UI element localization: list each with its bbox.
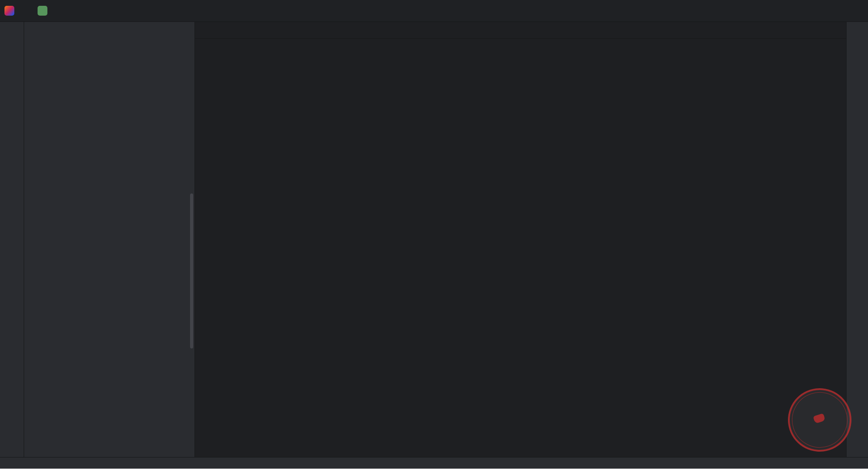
- more-actions-button[interactable]: [726, 3, 741, 18]
- debug-icon: [714, 7, 722, 15]
- titlebar-left: [4, 0, 80, 21]
- prev-problem-button[interactable]: [817, 43, 824, 50]
- editor-area: [195, 22, 846, 457]
- chevron-down-icon: [685, 8, 690, 14]
- project-avatar: [38, 6, 47, 16]
- tomcat-icon: [671, 7, 678, 15]
- stamp-emblem-icon: [813, 413, 826, 424]
- search-icon: [770, 7, 778, 15]
- project-panel: [24, 22, 195, 457]
- main-area: [0, 22, 868, 457]
- project-panel-header[interactable]: [24, 22, 195, 38]
- stamp-subtitle: [820, 424, 823, 425]
- debug-button[interactable]: [710, 3, 726, 18]
- minimize-icon: [813, 7, 821, 15]
- run-configuration-widget[interactable]: [667, 3, 694, 18]
- gear-icon: [786, 7, 793, 15]
- next-problem-button[interactable]: [827, 43, 834, 50]
- minimize-button[interactable]: [806, 0, 827, 22]
- titlebar: [0, 0, 868, 22]
- hamburger-icon: [22, 7, 30, 15]
- vcs-widget[interactable]: [64, 3, 80, 18]
- status-bar: [0, 457, 868, 469]
- run-icon: [699, 7, 706, 15]
- right-tool-stripe: [846, 22, 868, 457]
- maximize-icon: [834, 7, 841, 15]
- kebab-icon: [831, 26, 839, 34]
- tab-options-button[interactable]: [824, 22, 846, 38]
- intellij-logo-icon: [4, 6, 14, 16]
- settings-button[interactable]: [782, 3, 797, 18]
- search-everywhere-button[interactable]: [766, 3, 782, 18]
- kebab-icon: [730, 7, 737, 15]
- check-icon: [804, 43, 811, 50]
- run-button[interactable]: [694, 3, 710, 18]
- chevron-down-icon: [34, 27, 39, 33]
- code-editor[interactable]: [195, 39, 846, 457]
- page-background-strip: [0, 469, 868, 474]
- project-widget[interactable]: [34, 3, 64, 18]
- chevron-down-icon: [71, 8, 76, 14]
- activity-bar: [0, 22, 24, 457]
- close-icon: [854, 7, 862, 15]
- inspections-widget[interactable]: [791, 43, 834, 50]
- project-tree: [24, 38, 195, 457]
- tree-scrollbar-thumb[interactable]: [190, 193, 193, 348]
- maximize-button[interactable]: [827, 0, 847, 22]
- titlebar-right: [667, 0, 868, 21]
- code-with-me-button[interactable]: [750, 3, 766, 18]
- user-icon: [754, 7, 762, 15]
- ide-window: [0, 0, 868, 469]
- close-button[interactable]: [847, 0, 868, 22]
- chevron-down-icon: [54, 8, 59, 14]
- warning-icon: [791, 43, 798, 50]
- main-menu-button[interactable]: [18, 3, 34, 18]
- tab-bar: [195, 22, 846, 39]
